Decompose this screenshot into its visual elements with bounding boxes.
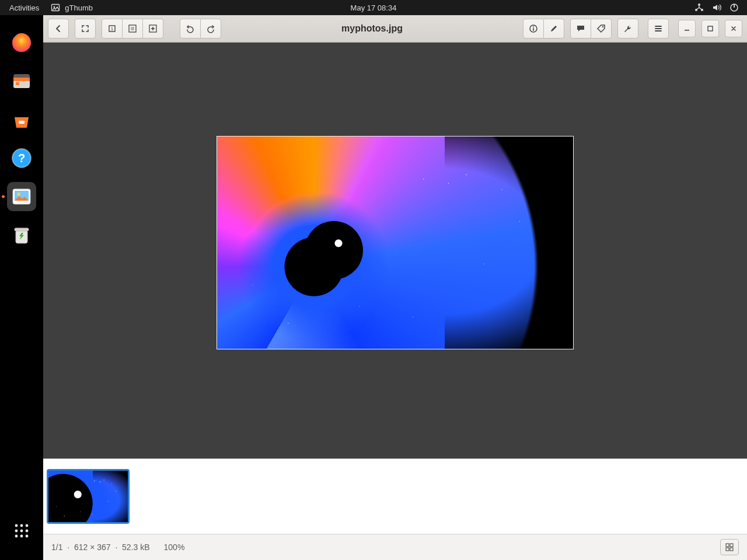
tags-button[interactable] [591,19,612,38]
minimize-icon [683,25,690,32]
dock-item-files[interactable] [7,66,36,96]
svg-point-2 [698,4,700,6]
svg-point-23 [26,524,29,527]
svg-rect-37 [533,28,534,31]
status-text: 1/1 · 612 × 367 · 52.3 kB [51,542,150,552]
svg-point-25 [20,530,23,533]
rotate-right-button[interactable] [201,19,221,38]
rotate-left-icon [186,24,195,33]
svg-point-36 [533,26,534,27]
fullscreen-icon [81,24,90,33]
status-dimensions: 612 × 367 [74,542,111,552]
properties-button[interactable] [523,19,544,38]
trash-icon [10,223,33,247]
plus-icon [148,24,158,33]
files-icon [10,69,33,93]
thumbnail-grid-toggle[interactable] [720,539,739,555]
headerbar: 1 myphotos.jpg [43,15,747,43]
dock-item-software[interactable] [7,105,36,134]
network-icon [694,3,704,12]
dock-item-help[interactable]: ? [7,144,36,173]
help-icon: ? [10,146,33,170]
image-frame [217,136,574,349]
svg-point-27 [15,535,18,538]
edit-button[interactable] [544,19,564,38]
svg-point-21 [15,524,18,527]
svg-point-18 [17,192,20,196]
svg-rect-44 [730,548,733,551]
svg-text:1: 1 [111,26,114,32]
dock-item-gthumb[interactable] [7,182,36,211]
svg-rect-42 [730,544,733,547]
power-icon [729,3,739,12]
image-viewer[interactable] [43,43,747,459]
app-menu-label: gThumb [65,4,93,12]
activities-button[interactable]: Activities [0,4,48,12]
system-tray[interactable] [694,3,747,12]
window-title: myphotos.jpg [227,23,517,34]
grid-icon [725,543,734,551]
dock: ? [0,15,43,560]
svg-point-24 [15,530,18,533]
dock-item-trash[interactable] [7,220,36,250]
svg-rect-33 [131,27,134,30]
svg-rect-40 [708,26,713,31]
svg-rect-41 [726,544,729,547]
clock[interactable]: May 17 08:34 [351,4,397,12]
status-filesize: 52.3 kB [122,542,149,552]
chevron-left-icon [54,24,63,33]
svg-rect-43 [726,548,729,551]
pencil-icon [549,24,558,33]
svg-rect-12 [19,121,25,124]
gnome-top-bar: Activities gThumb May 17 08:34 [0,0,747,15]
wrench-icon [623,24,633,33]
status-index: 1/1 [51,542,62,552]
rotate-right-icon [206,24,215,33]
app-menu[interactable]: gThumb [51,3,93,12]
status-zoom: 100% [164,542,185,552]
gthumb-menu-icon [51,3,60,12]
hamburger-menu-button[interactable] [648,19,669,38]
svg-point-26 [26,530,29,533]
svg-point-22 [20,524,23,527]
svg-rect-20 [15,228,29,231]
back-button[interactable] [48,19,69,38]
hamburger-icon [654,24,663,33]
volume-icon [712,3,721,12]
rotate-left-button[interactable] [180,19,201,38]
image-content [217,136,573,349]
show-applications-button[interactable] [10,519,33,542]
svg-rect-10 [13,78,30,81]
meta-group [570,19,612,38]
thumbnail-selected[interactable] [47,469,130,524]
tag-icon [596,24,606,33]
software-icon [10,108,33,131]
gthumb-window: 1 myphotos.jpg [43,15,747,560]
zoom-group: 1 [102,19,163,38]
svg-rect-39 [685,30,689,31]
maximize-icon [707,25,714,32]
minimize-button[interactable] [678,20,696,37]
info-icon [529,24,538,33]
gthumb-icon [10,185,33,208]
thumbnail-strip [43,459,747,534]
comment-button[interactable] [570,19,591,38]
dock-item-firefox[interactable] [7,28,36,57]
fullscreen-button[interactable] [75,19,96,38]
svg-point-29 [26,535,29,538]
info-edit-group [523,19,564,38]
close-button[interactable] [725,20,742,37]
apps-grid-icon [13,523,30,539]
svg-point-1 [54,6,55,8]
svg-point-28 [20,535,23,538]
zoom-in-button[interactable] [143,19,163,38]
zoom-fit-icon [128,24,137,33]
firefox-icon [10,31,33,54]
zoom-100-button[interactable]: 1 [102,19,123,38]
zoom-100-icon: 1 [107,24,117,33]
tools-button[interactable] [617,19,638,38]
close-icon [730,25,737,32]
zoom-fit-button[interactable] [123,19,143,38]
maximize-button[interactable] [701,20,719,37]
window-controls [678,20,742,37]
